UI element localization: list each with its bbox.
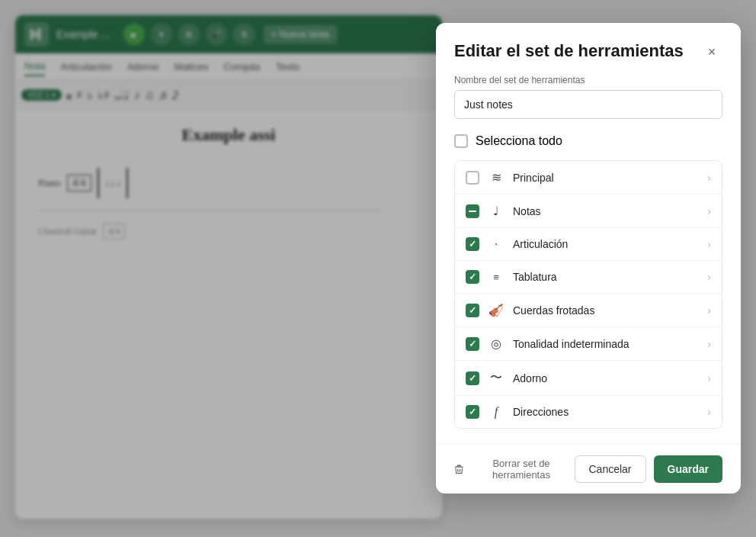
list-item[interactable]: ≋ Principal › xyxy=(455,161,722,195)
delete-toolset-button[interactable]: Borrar set de herramientas xyxy=(454,458,575,481)
notas-icon: ♩ xyxy=(487,204,505,218)
list-item[interactable]: ✓ f Direcciones › xyxy=(455,396,722,428)
articulacion-icon: · xyxy=(487,237,505,251)
item-checkbox-notas[interactable] xyxy=(466,204,479,218)
select-all-label: Selecciona todo xyxy=(476,134,562,148)
chevron-icon: › xyxy=(707,172,711,184)
modal-title: Editar el set de herramientas xyxy=(454,41,684,61)
trash-icon xyxy=(454,464,464,474)
cuerdas-icon: 🎻 xyxy=(487,303,505,317)
item-checkbox-tablatura[interactable]: ✓ xyxy=(466,270,479,284)
tablatura-icon: ≡ xyxy=(487,272,505,283)
list-item[interactable]: ✓ ≡ Tablatura › xyxy=(455,261,722,294)
check-mark: ✓ xyxy=(469,272,476,282)
check-mark: ✓ xyxy=(469,407,476,417)
field-label: Nombre del set de herramientas xyxy=(454,75,722,85)
item-label-tablatura: Tablatura xyxy=(513,271,707,283)
check-mark: ✓ xyxy=(469,373,476,384)
list-item[interactable]: ✓ 🎻 Cuerdas frotadas › xyxy=(455,294,722,327)
item-label-direcciones: Direcciones xyxy=(513,406,707,418)
item-checkbox-direcciones[interactable]: ✓ xyxy=(466,405,479,419)
cancel-button[interactable]: Cancelar xyxy=(575,455,646,483)
footer-actions: Cancelar Guardar xyxy=(575,455,723,483)
item-checkbox-articulacion[interactable]: ✓ xyxy=(466,237,479,251)
adorno-icon: 〜 xyxy=(487,370,505,386)
chevron-icon: › xyxy=(707,338,711,350)
item-label-adorno: Adorno xyxy=(513,372,707,384)
direcciones-icon: f xyxy=(487,405,505,419)
chevron-icon: › xyxy=(707,406,711,418)
select-all-checkbox[interactable] xyxy=(454,134,468,148)
principal-icon: ≋ xyxy=(487,170,505,185)
check-mark: ✓ xyxy=(469,239,476,249)
chevron-icon: › xyxy=(707,238,711,250)
chevron-icon: › xyxy=(707,271,711,283)
indeterminate-mark xyxy=(469,211,476,212)
modal-body: Nombre del set de herramientas Seleccion… xyxy=(436,75,741,444)
check-mark: ✓ xyxy=(469,305,476,316)
check-mark: ✓ xyxy=(469,339,476,349)
item-checkbox-adorno[interactable]: ✓ xyxy=(466,371,479,385)
list-item[interactable]: ✓ ◎ Tonalidad indeterminada › xyxy=(455,327,722,361)
item-label-principal: Principal xyxy=(513,172,707,184)
item-label-cuerdas: Cuerdas frotadas xyxy=(513,304,707,317)
toolset-name-input[interactable] xyxy=(454,90,722,119)
list-item[interactable]: ✓ · Articulación › xyxy=(455,228,722,261)
svg-rect-3 xyxy=(455,466,463,467)
chevron-icon: › xyxy=(707,372,711,384)
delete-label: Borrar set de herramientas xyxy=(469,458,575,481)
chevron-icon: › xyxy=(707,205,711,217)
select-all-row[interactable]: Selecciona todo xyxy=(454,131,722,151)
list-item[interactable]: ✓ 〜 Adorno › xyxy=(455,361,722,396)
chevron-icon: › xyxy=(707,304,711,317)
item-label-tonalidad: Tonalidad indeterminada xyxy=(513,338,707,350)
save-button[interactable]: Guardar xyxy=(654,455,722,483)
modal-header: Editar el set de herramientas × xyxy=(436,23,741,75)
svg-rect-4 xyxy=(457,465,461,467)
list-item[interactable]: ♩ Notas › xyxy=(455,195,722,228)
item-label-articulacion: Articulación xyxy=(513,238,707,250)
tonalidad-icon: ◎ xyxy=(487,336,505,351)
item-label-notas: Notas xyxy=(513,205,707,217)
edit-toolset-modal: Editar el set de herramientas × Nombre d… xyxy=(436,23,741,494)
item-checkbox-tonalidad[interactable]: ✓ xyxy=(466,337,479,351)
item-checkbox-principal[interactable] xyxy=(466,171,479,185)
toolset-items-list: ≋ Principal › ♩ Notas › ✓ · Articulación xyxy=(454,160,722,429)
close-button[interactable]: × xyxy=(701,41,722,63)
item-checkbox-cuerdas[interactable]: ✓ xyxy=(466,304,479,317)
modal-footer: Borrar set de herramientas Cancelar Guar… xyxy=(436,444,741,494)
